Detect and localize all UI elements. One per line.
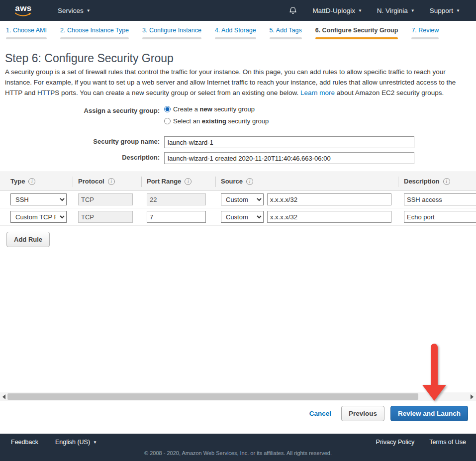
chevron-down-icon: ▼ (93, 440, 97, 445)
assign-group-row: Assign a security group: Create a new se… (0, 105, 476, 129)
top-navigation-bar: aws Services ▼ MattD-Uplogix ▼ N. Virgin… (0, 0, 476, 21)
radio-create-new-group[interactable]: Create a new security group (164, 105, 269, 113)
scrollbar-thumb[interactable] (7, 393, 418, 400)
header-separator (398, 177, 398, 187)
feedback-link[interactable]: Feedback (11, 439, 38, 446)
radio-select-existing-input[interactable] (164, 118, 171, 124)
column-header-port-range: Port Rangei (147, 178, 191, 185)
rules-table-header: Typei Protocoli Port Rangei Sourcei Desc… (0, 172, 476, 191)
tab-underline (6, 37, 47, 39)
security-rules-table: Typei Protocoli Port Rangei Sourcei Desc… (0, 172, 476, 226)
rule-source-cidr-input[interactable] (267, 193, 391, 205)
rule-type-select[interactable]: SSH (10, 193, 67, 205)
security-group-description-input[interactable] (164, 152, 414, 164)
group-name-label: Security group name: (0, 136, 164, 148)
info-icon[interactable]: i (185, 178, 191, 185)
cancel-link[interactable]: Cancel (309, 410, 331, 417)
wizard-step-tabs: 1. Choose AMI 2. Choose Instance Type 3.… (0, 21, 476, 45)
security-group-form: Assign a security group: Create a new se… (0, 105, 476, 164)
chevron-down-icon: ▼ (358, 8, 362, 13)
radio-select-existing-group[interactable]: Select an existing security group (164, 117, 269, 125)
tab-underline (270, 37, 302, 39)
language-menu[interactable]: English (US) ▼ (55, 439, 97, 446)
terms-of-use-link[interactable]: Terms of Use (429, 439, 466, 446)
tab-configure-instance[interactable]: 3. Configure Instance (142, 27, 201, 39)
rule-protocol-input (78, 193, 133, 205)
rule-port-input (147, 193, 206, 205)
rule-source-mode-select[interactable]: Custom (221, 211, 264, 223)
chevron-down-icon: ▼ (87, 8, 91, 13)
assign-group-label: Assign a security group: (0, 105, 164, 129)
learn-more-link[interactable]: Learn more (300, 89, 335, 96)
header-separator (73, 177, 73, 187)
previous-button[interactable]: Previous (341, 406, 384, 421)
chevron-down-icon: ▼ (456, 8, 460, 13)
scrollbar-right-arrow-icon[interactable] (471, 394, 474, 399)
rule-port-input[interactable] (147, 211, 206, 223)
aws-smile-icon (15, 12, 32, 17)
review-and-launch-button[interactable]: Review and Launch (390, 406, 468, 421)
group-description-label: Description: (0, 152, 164, 164)
wizard-action-bar: Cancel Previous Review and Launch (309, 406, 468, 421)
horizontal-scrollbar[interactable] (0, 392, 476, 401)
scrollbar-left-arrow-icon[interactable] (2, 394, 5, 399)
group-description-row: Description: (0, 152, 476, 164)
rule-row-custom-tcp: Custom TCP Rule Custom (0, 208, 476, 226)
main-content: Step 6: Configure Security Group A secur… (0, 45, 476, 434)
rule-row-ssh: SSH Custom (0, 191, 476, 208)
rule-source-cidr-input[interactable] (267, 211, 391, 223)
page-footer: Feedback English (US) ▼ Privacy Policy T… (0, 434, 476, 461)
region-menu[interactable]: N. Virginia ▼ (377, 7, 415, 14)
column-header-type: Typei (10, 178, 35, 185)
aws-logo[interactable]: aws (15, 4, 32, 17)
info-icon[interactable]: i (443, 178, 450, 185)
info-icon[interactable]: i (108, 178, 115, 185)
tab-choose-ami[interactable]: 1. Choose AMI (6, 27, 47, 39)
tab-underline (215, 37, 256, 39)
header-separator (141, 177, 142, 187)
add-rule-button[interactable]: Add Rule (6, 232, 50, 247)
column-header-protocol: Protocoli (78, 178, 115, 185)
tab-choose-instance-type[interactable]: 2. Choose Instance Type (60, 27, 129, 39)
tab-underline (60, 37, 129, 39)
tab-configure-security-group[interactable]: 6. Configure Security Group (315, 27, 398, 39)
account-menu[interactable]: MattD-Uplogix ▼ (312, 7, 362, 14)
tab-add-storage[interactable]: 4. Add Storage (215, 27, 256, 39)
privacy-policy-link[interactable]: Privacy Policy (376, 439, 415, 446)
rule-protocol-input (78, 211, 133, 223)
copyright-text: © 2008 - 2020, Amazon Web Services, Inc.… (0, 450, 476, 456)
rule-type-select[interactable]: Custom TCP Rule (10, 211, 67, 223)
page-description: A security group is a set of firewall ru… (5, 67, 471, 98)
radio-create-new-input[interactable] (164, 106, 171, 112)
rule-description-input[interactable] (404, 211, 476, 223)
column-header-description: Descriptioni (404, 178, 450, 185)
support-menu[interactable]: Support ▼ (430, 7, 460, 14)
aws-logo-text: aws (15, 4, 32, 12)
red-arrow-shaft (431, 344, 438, 385)
tab-add-tags[interactable]: 5. Add Tags (270, 27, 302, 39)
chevron-down-icon: ▼ (411, 8, 415, 13)
page-title: Step 6: Configure Security Group (5, 52, 476, 65)
group-name-row: Security group name: (0, 136, 476, 148)
security-group-name-input[interactable] (164, 136, 414, 148)
rule-source-mode-select[interactable]: Custom (221, 193, 264, 205)
tab-underline-active (315, 37, 398, 39)
services-menu[interactable]: Services ▼ (58, 7, 91, 14)
tab-underline (142, 37, 201, 39)
info-icon[interactable]: i (28, 178, 35, 185)
info-icon[interactable]: i (246, 178, 253, 185)
tab-review[interactable]: 7. Review (411, 27, 439, 39)
tab-underline (411, 37, 439, 39)
notifications-bell-icon[interactable] (288, 5, 297, 15)
column-header-source: Sourcei (221, 178, 253, 185)
header-separator (215, 177, 216, 187)
rule-description-input[interactable] (404, 193, 476, 205)
